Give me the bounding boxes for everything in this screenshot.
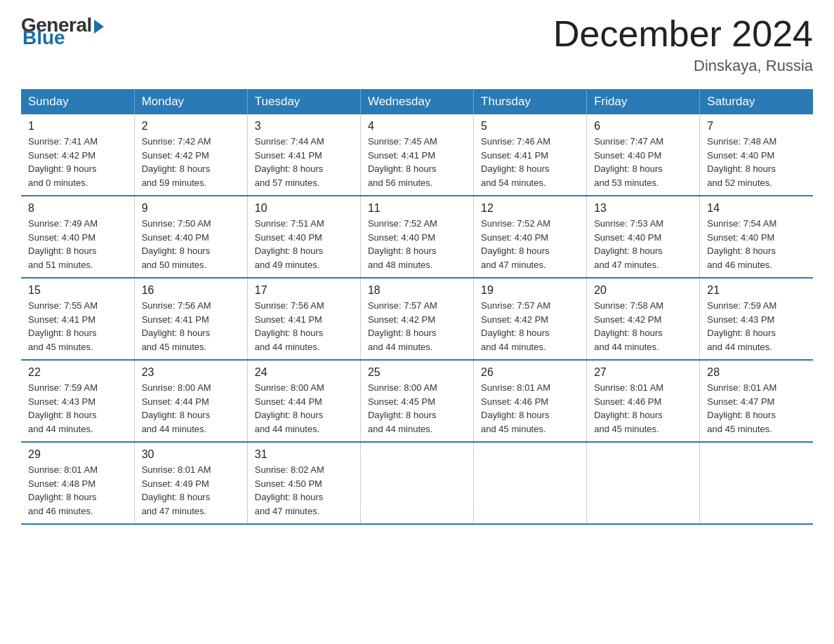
day-number: 13 <box>594 202 692 215</box>
calendar-cell <box>587 442 700 524</box>
logo-blue-text: Blue <box>22 27 65 49</box>
calendar-cell: 15Sunrise: 7:55 AMSunset: 4:41 PMDayligh… <box>21 278 134 360</box>
day-info: Sunrise: 8:02 AMSunset: 4:50 PMDaylight:… <box>255 463 353 518</box>
title-area: December 2024 Dinskaya, Russia <box>553 14 813 75</box>
day-number: 10 <box>255 202 353 215</box>
day-number: 11 <box>368 202 466 215</box>
day-number: 3 <box>255 120 353 133</box>
day-number: 4 <box>368 120 466 133</box>
day-info: Sunrise: 8:01 AMSunset: 4:49 PMDaylight:… <box>142 463 240 518</box>
week-row-3: 15Sunrise: 7:55 AMSunset: 4:41 PMDayligh… <box>21 278 813 360</box>
logo: General Blue <box>21 14 104 49</box>
calendar-cell <box>360 442 473 524</box>
day-info: Sunrise: 7:56 AMSunset: 4:41 PMDaylight:… <box>255 299 353 354</box>
header-monday: Monday <box>134 89 247 114</box>
calendar-cell: 17Sunrise: 7:56 AMSunset: 4:41 PMDayligh… <box>247 278 360 360</box>
calendar-header: SundayMondayTuesdayWednesdayThursdayFrid… <box>21 89 813 114</box>
day-info: Sunrise: 7:56 AMSunset: 4:41 PMDaylight:… <box>142 299 240 354</box>
day-number: 19 <box>481 284 579 297</box>
day-number: 30 <box>142 448 240 461</box>
calendar-cell: 31Sunrise: 8:02 AMSunset: 4:50 PMDayligh… <box>247 442 360 524</box>
calendar-cell: 1Sunrise: 7:41 AMSunset: 4:42 PMDaylight… <box>21 114 134 196</box>
week-row-1: 1Sunrise: 7:41 AMSunset: 4:42 PMDaylight… <box>21 114 813 196</box>
calendar-cell: 13Sunrise: 7:53 AMSunset: 4:40 PMDayligh… <box>587 196 700 278</box>
calendar-cell: 29Sunrise: 8:01 AMSunset: 4:48 PMDayligh… <box>21 442 134 524</box>
day-info: Sunrise: 7:54 AMSunset: 4:40 PMDaylight:… <box>707 217 806 271</box>
day-number: 31 <box>255 448 353 461</box>
day-number: 14 <box>707 202 806 215</box>
header-row: SundayMondayTuesdayWednesdayThursdayFrid… <box>21 89 813 114</box>
day-number: 26 <box>481 366 579 379</box>
calendar-cell: 3Sunrise: 7:44 AMSunset: 4:41 PMDaylight… <box>247 114 360 196</box>
day-info: Sunrise: 7:59 AMSunset: 4:43 PMDaylight:… <box>28 381 127 436</box>
calendar-cell: 11Sunrise: 7:52 AMSunset: 4:40 PMDayligh… <box>360 196 473 278</box>
day-info: Sunrise: 7:59 AMSunset: 4:43 PMDaylight:… <box>707 299 806 354</box>
day-info: Sunrise: 7:41 AMSunset: 4:42 PMDaylight:… <box>28 135 127 189</box>
page-header: General Blue December 2024 Dinskaya, Rus… <box>21 14 813 75</box>
calendar-body: 1Sunrise: 7:41 AMSunset: 4:42 PMDaylight… <box>21 114 813 524</box>
day-info: Sunrise: 8:00 AMSunset: 4:44 PMDaylight:… <box>142 381 240 436</box>
day-number: 24 <box>255 366 353 379</box>
calendar-cell: 7Sunrise: 7:48 AMSunset: 4:40 PMDaylight… <box>700 114 813 196</box>
calendar-cell: 14Sunrise: 7:54 AMSunset: 4:40 PMDayligh… <box>700 196 813 278</box>
day-info: Sunrise: 7:50 AMSunset: 4:40 PMDaylight:… <box>142 217 240 271</box>
calendar-cell: 10Sunrise: 7:51 AMSunset: 4:40 PMDayligh… <box>247 196 360 278</box>
day-number: 9 <box>142 202 240 215</box>
calendar-cell: 28Sunrise: 8:01 AMSunset: 4:47 PMDayligh… <box>700 360 813 442</box>
calendar-cell: 6Sunrise: 7:47 AMSunset: 4:40 PMDaylight… <box>587 114 700 196</box>
calendar-cell: 16Sunrise: 7:56 AMSunset: 4:41 PMDayligh… <box>134 278 247 360</box>
day-info: Sunrise: 7:42 AMSunset: 4:42 PMDaylight:… <box>142 135 240 189</box>
day-number: 8 <box>28 202 127 215</box>
day-number: 22 <box>28 366 127 379</box>
day-info: Sunrise: 7:48 AMSunset: 4:40 PMDaylight:… <box>707 135 806 189</box>
day-number: 29 <box>28 448 127 461</box>
day-number: 7 <box>707 120 806 133</box>
header-thursday: Thursday <box>474 89 587 114</box>
day-number: 25 <box>368 366 466 379</box>
header-sunday: Sunday <box>21 89 134 114</box>
day-info: Sunrise: 7:52 AMSunset: 4:40 PMDaylight:… <box>481 217 579 271</box>
calendar-cell: 2Sunrise: 7:42 AMSunset: 4:42 PMDaylight… <box>134 114 247 196</box>
day-number: 23 <box>142 366 240 379</box>
calendar-cell: 23Sunrise: 8:00 AMSunset: 4:44 PMDayligh… <box>134 360 247 442</box>
calendar-cell: 9Sunrise: 7:50 AMSunset: 4:40 PMDaylight… <box>134 196 247 278</box>
day-number: 28 <box>707 366 806 379</box>
header-saturday: Saturday <box>700 89 813 114</box>
day-number: 17 <box>255 284 353 297</box>
day-info: Sunrise: 8:00 AMSunset: 4:45 PMDaylight:… <box>368 381 466 436</box>
logo-triangle-icon <box>94 20 104 34</box>
day-info: Sunrise: 8:01 AMSunset: 4:48 PMDaylight:… <box>28 463 127 518</box>
day-number: 1 <box>28 120 127 133</box>
calendar-cell: 20Sunrise: 7:58 AMSunset: 4:42 PMDayligh… <box>587 278 700 360</box>
calendar-cell: 18Sunrise: 7:57 AMSunset: 4:42 PMDayligh… <box>360 278 473 360</box>
day-info: Sunrise: 8:00 AMSunset: 4:44 PMDaylight:… <box>255 381 353 436</box>
day-number: 5 <box>481 120 579 133</box>
calendar-cell <box>700 442 813 524</box>
day-number: 21 <box>707 284 806 297</box>
month-title: December 2024 <box>553 14 813 54</box>
calendar-cell: 24Sunrise: 8:00 AMSunset: 4:44 PMDayligh… <box>247 360 360 442</box>
day-number: 6 <box>594 120 692 133</box>
calendar-cell <box>474 442 587 524</box>
day-info: Sunrise: 7:44 AMSunset: 4:41 PMDaylight:… <box>255 135 353 189</box>
day-number: 20 <box>594 284 692 297</box>
day-info: Sunrise: 7:55 AMSunset: 4:41 PMDaylight:… <box>28 299 127 354</box>
day-info: Sunrise: 8:01 AMSunset: 4:47 PMDaylight:… <box>707 381 806 436</box>
header-friday: Friday <box>587 89 700 114</box>
week-row-5: 29Sunrise: 8:01 AMSunset: 4:48 PMDayligh… <box>21 442 813 524</box>
day-info: Sunrise: 7:51 AMSunset: 4:40 PMDaylight:… <box>255 217 353 271</box>
calendar-cell: 27Sunrise: 8:01 AMSunset: 4:46 PMDayligh… <box>587 360 700 442</box>
day-info: Sunrise: 7:53 AMSunset: 4:40 PMDaylight:… <box>594 217 692 271</box>
calendar-cell: 21Sunrise: 7:59 AMSunset: 4:43 PMDayligh… <box>700 278 813 360</box>
day-number: 15 <box>28 284 127 297</box>
calendar-cell: 12Sunrise: 7:52 AMSunset: 4:40 PMDayligh… <box>474 196 587 278</box>
day-number: 18 <box>368 284 466 297</box>
calendar-cell: 5Sunrise: 7:46 AMSunset: 4:41 PMDaylight… <box>474 114 587 196</box>
calendar-cell: 19Sunrise: 7:57 AMSunset: 4:42 PMDayligh… <box>474 278 587 360</box>
week-row-2: 8Sunrise: 7:49 AMSunset: 4:40 PMDaylight… <box>21 196 813 278</box>
day-info: Sunrise: 8:01 AMSunset: 4:46 PMDaylight:… <box>481 381 579 436</box>
day-info: Sunrise: 7:57 AMSunset: 4:42 PMDaylight:… <box>481 299 579 354</box>
calendar-cell: 8Sunrise: 7:49 AMSunset: 4:40 PMDaylight… <box>21 196 134 278</box>
calendar-cell: 4Sunrise: 7:45 AMSunset: 4:41 PMDaylight… <box>360 114 473 196</box>
day-info: Sunrise: 7:52 AMSunset: 4:40 PMDaylight:… <box>368 217 466 271</box>
